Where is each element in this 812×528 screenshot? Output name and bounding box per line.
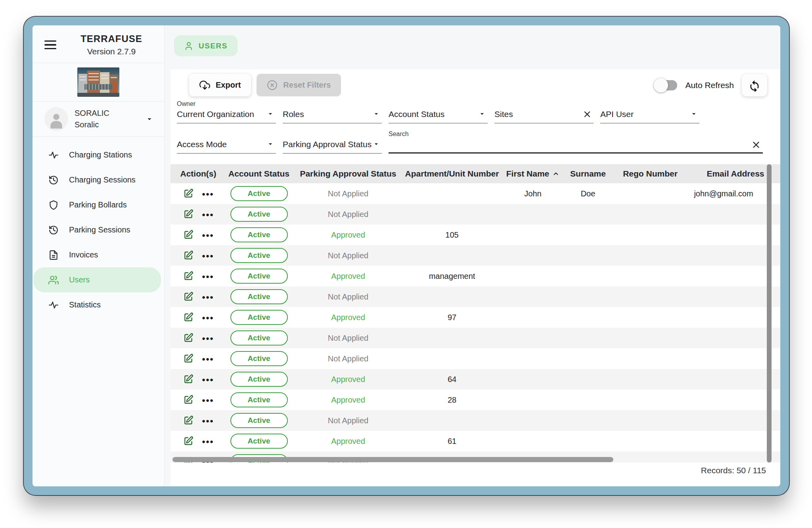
status-badge: Active xyxy=(230,372,288,387)
table-row: ●●●ActiveNot Applied xyxy=(170,410,780,431)
parking-approval-cell: Approved xyxy=(292,313,404,322)
surname-cell: Doe xyxy=(566,189,610,198)
sidebar-item-invoices[interactable]: Invoices xyxy=(33,242,161,267)
chevron-down-icon xyxy=(478,110,486,118)
parking-approval-cell: Not Applied xyxy=(292,354,404,363)
chevron-down-icon xyxy=(145,115,154,123)
apartment-cell: 97 xyxy=(404,313,500,322)
status-badge: Active xyxy=(230,269,288,284)
sidebar-nav: Charging Stations Charging Sessions Park… xyxy=(33,137,164,317)
filters-row-1: Owner Current Organization Roles Account… xyxy=(177,100,763,123)
edit-icon[interactable] xyxy=(183,395,193,405)
col-account-status[interactable]: Account Status xyxy=(226,169,292,179)
row-menu-button[interactable]: ●●● xyxy=(202,191,214,197)
chevron-down-icon xyxy=(266,140,274,148)
org-logo-image xyxy=(33,63,164,101)
edit-icon[interactable] xyxy=(183,230,193,240)
row-menu-button[interactable]: ●●● xyxy=(202,376,214,382)
apartment-cell: 61 xyxy=(404,437,500,446)
chevron-down-icon xyxy=(372,140,380,148)
sidebar-item-users[interactable]: Users xyxy=(33,267,161,292)
vertical-scrollbar[interactable] xyxy=(767,164,772,463)
toolbar: Export Reset Filters Auto Refresh xyxy=(170,69,780,96)
status-badge: Active xyxy=(230,207,288,222)
account-status-filter[interactable]: Account Status xyxy=(389,100,488,123)
sidebar-item-parking-bollards[interactable]: Parking Bollards xyxy=(33,192,161,217)
status-badge: Active xyxy=(230,186,288,201)
parking-approval-status-filter[interactable]: Parking Approval Status xyxy=(283,131,382,154)
row-menu-button[interactable]: ●●● xyxy=(202,335,214,341)
row-menu-button[interactable]: ●●● xyxy=(202,273,214,279)
row-menu-button[interactable]: ●●● xyxy=(202,356,214,362)
status-badge: Active xyxy=(230,434,288,449)
table-row: ●●●ActiveApproved64 xyxy=(170,369,780,390)
edit-icon[interactable] xyxy=(183,209,193,219)
row-menu-button[interactable]: ●●● xyxy=(202,253,214,259)
refresh-icon xyxy=(748,79,761,92)
col-apartment-unit-number[interactable]: Apartment/Unit Number xyxy=(404,169,500,179)
row-menu-button[interactable]: ●●● xyxy=(202,294,214,300)
reset-filters-button[interactable]: Reset Filters xyxy=(257,74,341,96)
edit-icon[interactable] xyxy=(183,250,193,261)
parking-approval-cell: Not Applied xyxy=(292,251,404,260)
users-icon xyxy=(48,275,59,285)
status-badge: Active xyxy=(230,392,288,407)
status-badge: Active xyxy=(230,248,288,263)
search-input[interactable] xyxy=(389,140,751,150)
row-menu-button[interactable]: ●●● xyxy=(202,315,214,321)
col-rego-number[interactable]: Rego Number xyxy=(610,169,691,179)
table-row: ●●●ActiveNot AppliedJohnDoejohn@gmail.co… xyxy=(170,183,780,204)
row-menu-button[interactable]: ●●● xyxy=(202,211,214,217)
roles-filter[interactable]: Roles xyxy=(283,100,382,123)
main-area: USERS Export Reset Filters xyxy=(165,25,780,486)
edit-icon[interactable] xyxy=(183,271,193,281)
clear-icon[interactable] xyxy=(751,140,761,150)
status-badge: Active xyxy=(230,289,288,304)
access-mode-filter-value: Access Mode xyxy=(177,140,227,149)
owner-filter-label: Owner xyxy=(177,100,195,108)
horizontal-scrollbar[interactable] xyxy=(172,457,613,462)
edit-icon[interactable] xyxy=(183,353,193,364)
hamburger-menu-icon[interactable] xyxy=(44,40,56,50)
edit-icon[interactable] xyxy=(183,436,193,446)
edit-icon[interactable] xyxy=(183,312,193,323)
row-menu-button[interactable]: ●●● xyxy=(202,438,214,444)
auto-refresh-toggle[interactable] xyxy=(655,80,677,90)
row-menu-button[interactable]: ●●● xyxy=(202,232,214,238)
edit-icon[interactable] xyxy=(183,374,193,384)
person-icon xyxy=(184,41,193,51)
api-user-filter[interactable]: API User xyxy=(600,100,699,123)
refresh-button[interactable] xyxy=(742,74,767,96)
sidebar-item-parking-sessions[interactable]: Parking Sessions xyxy=(33,217,161,242)
export-button[interactable]: Export xyxy=(189,74,251,96)
search-label: Search xyxy=(389,131,409,138)
download-cloud-icon xyxy=(199,80,210,90)
sidebar-item-statistics[interactable]: Statistics xyxy=(33,292,161,317)
edit-icon[interactable] xyxy=(183,188,193,199)
history-icon xyxy=(48,175,59,185)
col-parking-approval-status[interactable]: Parking Approval Status xyxy=(292,169,404,179)
sidebar-item-charging-stations[interactable]: Charging Stations xyxy=(33,142,161,167)
sidebar-item-charging-sessions[interactable]: Charging Sessions xyxy=(33,167,161,192)
row-menu-button[interactable]: ●●● xyxy=(202,418,214,424)
edit-icon[interactable] xyxy=(183,292,193,302)
row-menu-button[interactable]: ●●● xyxy=(202,397,214,403)
table-row: ●●●ActiveApproved28 xyxy=(170,390,780,410)
table-row: ●●●ActiveNot Applied xyxy=(170,204,780,225)
access-mode-filter[interactable]: Access Mode xyxy=(177,131,276,154)
table-header-row: Action(s) Account Status Parking Approva… xyxy=(170,164,780,183)
sites-filter[interactable]: Sites xyxy=(494,100,594,123)
clear-icon[interactable] xyxy=(582,109,592,119)
sidebar-header: TERRAFUSE Version 2.7.9 xyxy=(33,25,164,63)
col-surname[interactable]: Surname xyxy=(566,169,610,179)
search-field[interactable]: Search xyxy=(389,131,763,154)
table-row: ●●●ActiveApproved97 xyxy=(170,307,780,328)
organization-selector[interactable]: SORALIC Soralic xyxy=(33,102,164,136)
edit-icon[interactable] xyxy=(183,415,193,426)
edit-icon[interactable] xyxy=(183,333,193,343)
owner-filter[interactable]: Owner Current Organization xyxy=(177,100,276,123)
sites-filter-value: Sites xyxy=(494,109,513,119)
parking-approval-cell: Approved xyxy=(292,396,404,405)
parking-approval-cell: Approved xyxy=(292,437,404,446)
col-first-name[interactable]: First Name xyxy=(500,169,566,179)
